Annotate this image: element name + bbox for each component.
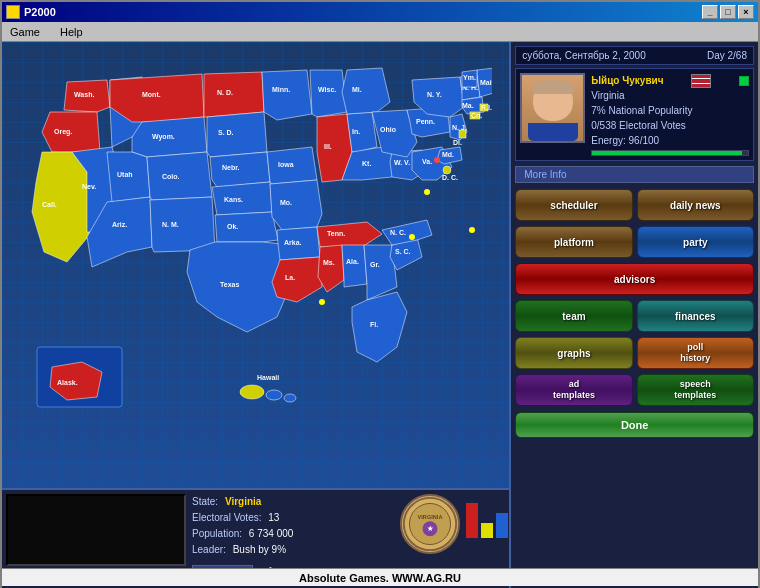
menubar: Game Help — [2, 22, 758, 42]
state-utah — [107, 152, 150, 202]
state-minnesota — [262, 70, 312, 120]
day-text: Day 2/68 — [707, 50, 747, 61]
state-missouri — [270, 180, 322, 230]
state-alabama — [342, 245, 367, 287]
electoral-row: Electoral Votes: 13 — [192, 510, 394, 526]
main-content: Wash. Oreg. Cali. Nev. Idaho — [2, 42, 758, 588]
state-name-value: Virginia — [225, 496, 262, 507]
status-indicator — [739, 76, 749, 86]
state-oklahoma — [215, 212, 278, 242]
state-indiana — [347, 112, 377, 152]
energy-label: Energy: 96/100 — [591, 133, 749, 148]
state-maine — [477, 68, 492, 97]
state-kansas — [212, 182, 272, 215]
map-svg: Wash. Oreg. Cali. Nev. Idaho — [22, 52, 492, 422]
popularity: 7% National Popularity — [591, 103, 749, 118]
avatar-hair — [533, 80, 573, 94]
btn-row-1: scheduler daily news — [515, 189, 754, 221]
state-nd — [204, 72, 264, 117]
state-dc — [443, 166, 451, 174]
watermark: Absolute Games. WWW.AG.RU — [2, 568, 758, 586]
population-value: 6 734 000 — [249, 528, 294, 539]
leader-label: Leader: — [192, 544, 226, 555]
main-window: P2000 _ □ × Game Help Wash. — [0, 0, 760, 588]
graphs-button[interactable]: graphs — [515, 337, 632, 369]
state-washington — [64, 80, 110, 112]
state-new-mexico — [150, 197, 215, 252]
poll-bar-blue — [496, 513, 508, 538]
population-label: Population: — [192, 528, 242, 539]
close-button[interactable]: × — [738, 5, 754, 19]
character-name: Ыйцо Чукувич — [591, 73, 663, 88]
state-seal: VIRGINIA ★ — [400, 494, 460, 554]
titlebar-left: P2000 — [6, 5, 56, 19]
state-row: State: Virginia — [192, 494, 394, 510]
avatar-shirt — [528, 123, 578, 141]
state-oregon — [42, 112, 100, 152]
party-button[interactable]: party — [637, 226, 754, 258]
minimize-button[interactable]: _ — [702, 5, 718, 19]
svg-text:★: ★ — [427, 525, 434, 532]
state-vt — [462, 70, 477, 87]
region: Virginia — [591, 88, 749, 103]
titlebar-controls: _ □ × — [702, 5, 754, 19]
platform-button[interactable]: platform — [515, 226, 632, 258]
poll-bars — [466, 498, 508, 538]
done-button[interactable]: Done — [515, 412, 754, 438]
character-info: Ыйцо Чукувич Virginia 7% National Popula… — [515, 68, 754, 161]
state-wyoming — [132, 117, 207, 157]
advisors-button[interactable]: advisors — [515, 263, 754, 295]
marker-2 — [409, 234, 415, 240]
app-icon — [6, 5, 20, 19]
marker-3 — [469, 227, 475, 233]
state-iowa — [267, 147, 317, 184]
state-hawaii-3 — [284, 394, 296, 402]
btn-row-5: graphs poll history — [515, 337, 754, 369]
state-hawaii-1 — [240, 385, 264, 399]
leader-value: Bush by 9% — [233, 544, 286, 555]
state-montana — [110, 74, 204, 122]
svg-text:VIRGINIA: VIRGINIA — [418, 514, 443, 520]
state-ri — [480, 104, 488, 111]
state-michigan — [342, 68, 390, 114]
marker-1 — [319, 299, 325, 305]
energy-bar — [592, 151, 741, 155]
state-arkansas — [277, 227, 320, 260]
speech-templates-button[interactable]: speech templates — [637, 374, 754, 406]
population-row: Population: 6 734 000 — [192, 526, 394, 542]
daily-news-button[interactable]: daily news — [637, 189, 754, 221]
menu-help[interactable]: Help — [56, 24, 87, 40]
state-nebraska — [210, 152, 270, 187]
date-text: суббота, Сентябрь 2, 2000 — [522, 50, 645, 61]
leader-row: Leader: Bush by 9% — [192, 542, 394, 558]
right-panel: суббота, Сентябрь 2, 2000 Day 2/68 — [509, 42, 758, 588]
energy-bar-container — [591, 150, 749, 156]
marker-virginia — [434, 157, 440, 163]
state-wisconsin — [310, 70, 347, 117]
btn-row-4: team finances — [515, 300, 754, 332]
poll-bar-yellow — [481, 523, 493, 538]
more-info-button[interactable]: More Info — [515, 166, 754, 183]
date-bar: суббота, Сентябрь 2, 2000 Day 2/68 — [515, 46, 754, 65]
activity-display — [6, 494, 186, 566]
us-map: Wash. Oreg. Cali. Nev. Idaho — [22, 52, 492, 432]
state-de — [459, 130, 466, 138]
character-stats: Ыйцо Чукувич Virginia 7% National Popula… — [591, 73, 749, 156]
electoral: 0/538 Electoral Votes — [591, 118, 749, 133]
marker-4 — [424, 189, 430, 195]
watermark-text: Absolute Games. WWW.AG.RU — [299, 572, 461, 584]
state-ct — [470, 112, 480, 119]
menu-game[interactable]: Game — [6, 24, 44, 40]
maximize-button[interactable]: □ — [720, 5, 736, 19]
finances-button[interactable]: finances — [637, 300, 754, 332]
poll-history-button[interactable]: poll history — [637, 337, 754, 369]
flag-indicator — [691, 74, 711, 88]
poll-bar-red — [466, 503, 478, 538]
ad-templates-button[interactable]: ad templates — [515, 374, 632, 406]
team-button[interactable]: team — [515, 300, 632, 332]
btn-row-3: advisors — [515, 263, 754, 295]
electoral-value: 13 — [268, 512, 279, 523]
scheduler-button[interactable]: scheduler — [515, 189, 632, 221]
avatar-face — [522, 75, 583, 141]
map-area[interactable]: Wash. Oreg. Cali. Nev. Idaho — [2, 42, 509, 588]
